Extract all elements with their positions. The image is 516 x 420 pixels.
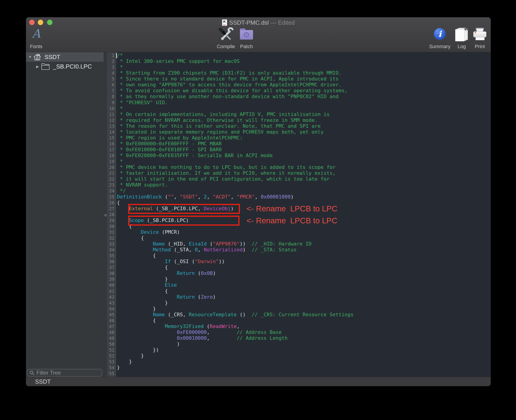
gutter-line-number: 30 (108, 223, 114, 229)
gutter-line-number: 17 (108, 147, 114, 153)
document-icon: DSL (222, 19, 227, 26)
gutter-line-number: 47 (108, 323, 114, 329)
code-line: * it will start in the end of PCI config… (117, 176, 491, 182)
gutter-line-number: 20 (108, 164, 114, 170)
gutter-line-number: 9 (108, 100, 114, 105)
search-icon (29, 370, 35, 375)
gutter-line-number: 46 (108, 318, 114, 323)
code-line: { (117, 235, 491, 241)
filter-tree-input[interactable] (36, 369, 102, 376)
code-line: * Starting from Z390 chipsets PMC (D31:F… (117, 70, 491, 76)
gutter-line-number: 44 (108, 306, 114, 312)
house-icon (33, 53, 41, 60)
gutter-line-number: 49 (108, 335, 114, 341)
compile-icon (218, 27, 234, 41)
annotation-box-scope (128, 216, 239, 225)
gutter-line-number: 22 (108, 176, 114, 182)
gutter-line-number: 52 (108, 353, 114, 359)
fonts-icon: A (32, 27, 40, 40)
code-line: Memory32Fixed (ReadWrite, (117, 323, 491, 329)
gutter-line-number: 42 (108, 294, 114, 300)
gutter-line-number: 6 (108, 82, 114, 88)
gutter-line-number: 32 (108, 235, 114, 241)
annotation-text-scope: <- Rename LPCB to LPC (246, 216, 337, 225)
code-line: * as they normally use another non-stand… (117, 94, 491, 99)
gutter-line-number: 45 (108, 312, 114, 318)
gutter-line-number: 25 (108, 194, 114, 200)
print-button[interactable]: Print (473, 27, 486, 50)
window-header: DSL SSDT-PMC.dsl — Edited A Fonts (26, 17, 491, 52)
gutter-line-number: 50 (108, 341, 114, 347)
zoom-button[interactable] (47, 20, 53, 25)
disclosure-right-icon[interactable]: ▶ (36, 64, 41, 69)
code-line: * NVRAM support. (117, 182, 491, 188)
gutter-line-number: 55 (108, 370, 114, 376)
code-line: If (_OSI ("Darwin")) (117, 259, 491, 264)
gutter-line-number: 4 (108, 70, 114, 76)
status-bar: SSDT (26, 377, 491, 386)
gutter-line-number: 34 (108, 247, 114, 253)
code-line: * 0xFE000000~0xFE00FFFF - PMC MBAR (117, 141, 491, 147)
minimize-button[interactable] (38, 20, 43, 25)
gutter-line-number: 12 (108, 117, 114, 123)
gutter-line-number: 10 (108, 105, 114, 112)
gutter-line-number: 3 (108, 64, 114, 70)
printer-icon (473, 28, 486, 41)
window-title-edited: — Edited (270, 19, 295, 26)
code-line: } (117, 276, 491, 282)
gutter-line-number: 36 (108, 259, 114, 264)
filter-tree-field (27, 369, 102, 377)
code-line: Method (_STA, 0, NotSerialized) // _STA:… (117, 247, 491, 253)
window-title: SSDT-PMC.dsl (229, 19, 269, 26)
sidebar: ▼ SSDT ▶ (26, 52, 104, 377)
disclosure-down-icon[interactable]: ▼ (28, 55, 33, 59)
fonts-label: Fonts (30, 44, 42, 50)
patch-button[interactable]: ⚙ Patch (240, 27, 253, 50)
gutter-line-number: 23 (108, 182, 114, 188)
code-line: * own naming "APP9876" to access this de… (117, 82, 491, 88)
gutter-line-number: 14 (108, 129, 114, 135)
code-line: { (117, 288, 491, 294)
gutter-line-number: 41 (108, 288, 114, 294)
gutter-line-number: 26 (108, 200, 114, 206)
code-line: Else (117, 282, 491, 288)
code-line: * Intel 300-series PMC support for macOS (117, 58, 491, 64)
code-editor[interactable]: 1234567891011121314151617181920212223242… (104, 52, 491, 377)
gutter-line-number: 48 (108, 329, 114, 335)
code-lines[interactable]: /* * Intel 300-series PMC support for ma… (116, 52, 491, 377)
status-text: SSDT (35, 378, 51, 385)
compile-button[interactable]: Compile (217, 27, 235, 50)
gutter-line-number: 24 (108, 188, 114, 194)
log-pages-icon (455, 28, 468, 41)
code-line: * located in separate memory regions and… (117, 129, 491, 135)
code-line: } (117, 359, 491, 365)
sidebar-item-label: SSDT (45, 53, 60, 60)
sidebar-item-sb-pci0-lpc[interactable]: ▶ _SB.PCI0.LPC (26, 62, 104, 71)
code-line (117, 370, 491, 376)
code-line: Return (0x0B) (117, 270, 491, 276)
sidebar-item-label: _SB.PCI0.LPC (53, 63, 92, 70)
code-line: * 0xFE010000~0xFE010FFF - SPI BAR0 (117, 147, 491, 153)
summary-button[interactable]: i Summary (429, 27, 450, 50)
code-line: /* (117, 52, 491, 58)
summary-label: Summary (429, 44, 450, 50)
code-line: } (117, 365, 491, 370)
code-line: Name (_CRS, ResourceTemplate () // _CRS:… (117, 312, 491, 318)
code-line: } (117, 353, 491, 359)
document-icon-dsl-label: DSL (222, 24, 227, 26)
fonts-button[interactable]: A Fonts (30, 27, 42, 50)
log-button[interactable]: Log (455, 27, 468, 50)
gutter-line-number: 18 (108, 153, 114, 158)
code-line: 0xFE000000, // Address Base (117, 329, 491, 335)
gutter-line-number: 29 (108, 218, 114, 223)
sidebar-item-ssdt[interactable]: ▼ SSDT (26, 52, 104, 62)
content-area: ▼ SSDT ▶ (26, 52, 491, 377)
code-line: { (117, 264, 491, 270)
code-line: * Since there is no standard device for … (117, 76, 491, 82)
maciasl-window: DSL SSDT-PMC.dsl — Edited A Fonts (26, 17, 491, 386)
gutter-line-number: 5 (108, 76, 114, 82)
window-title-group: DSL SSDT-PMC.dsl — Edited (222, 19, 295, 27)
code-line: } (117, 306, 491, 312)
gutter-line-number: 54 (108, 365, 114, 370)
close-button[interactable] (29, 20, 35, 25)
